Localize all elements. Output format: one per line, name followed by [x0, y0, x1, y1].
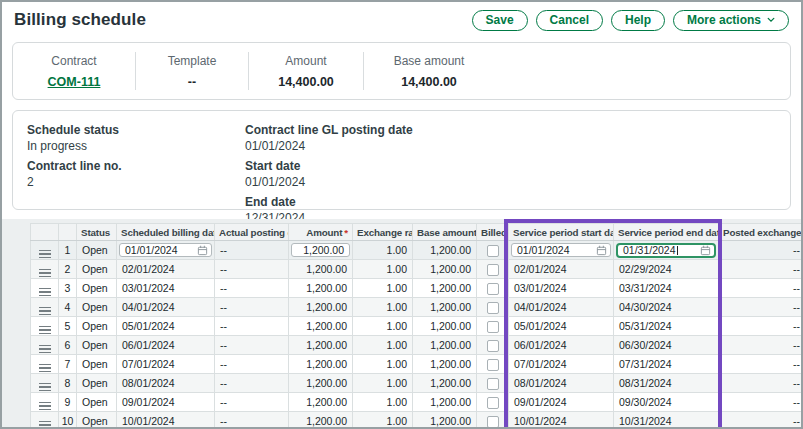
more-actions-button[interactable]: More actions	[673, 10, 789, 31]
row-drag-cell[interactable]	[31, 241, 59, 260]
row-drag-cell[interactable]	[31, 393, 59, 412]
service-period-end-date-input[interactable]: 01/31/2024	[616, 243, 716, 258]
scheduled-billing-date-cell[interactable]: 06/01/2024	[117, 336, 215, 355]
billed-checkbox[interactable]	[487, 283, 499, 295]
drag-handle-icon[interactable]	[37, 363, 53, 374]
scheduled-billing-date-cell[interactable]: 01/01/2024	[117, 241, 215, 260]
amount-cell[interactable]: 1,200.00	[289, 241, 353, 260]
contract-link[interactable]: COM-111	[48, 75, 101, 89]
help-button[interactable]: Help	[611, 10, 665, 31]
template-value: --	[188, 75, 196, 89]
service-period-end-cell[interactable]: 10/31/2024	[614, 412, 719, 429]
billed-checkbox[interactable]	[487, 321, 499, 333]
calendar-icon	[197, 245, 208, 256]
service-period-start-cell[interactable]: 05/01/2024	[509, 317, 614, 336]
service-period-start-cell[interactable]: 02/01/2024	[509, 260, 614, 279]
scheduled-billing-date-cell[interactable]: 08/01/2024	[117, 374, 215, 393]
row-number-cell: 8	[59, 374, 77, 393]
drag-handle-icon[interactable]	[37, 306, 53, 317]
service-period-start-cell[interactable]: 03/01/2024	[509, 279, 614, 298]
row-drag-cell[interactable]	[31, 279, 59, 298]
service-period-end-cell[interactable]: 07/31/2024	[614, 355, 719, 374]
billed-checkbox[interactable]	[487, 340, 499, 352]
scheduled-billing-date-cell[interactable]: 03/01/2024	[117, 279, 215, 298]
billed-cell	[477, 317, 509, 336]
amount-cell[interactable]: 1,200.00	[289, 336, 353, 355]
service-period-start-cell[interactable]: 06/01/2024	[509, 336, 614, 355]
scheduled-billing-date-cell[interactable]: 09/01/2024	[117, 393, 215, 412]
drag-handle-icon[interactable]	[37, 287, 53, 298]
row-drag-cell[interactable]	[31, 317, 59, 336]
service-period-start-cell[interactable]: 09/01/2024	[509, 393, 614, 412]
drag-handle-icon[interactable]	[37, 420, 53, 429]
drag-handle-icon[interactable]	[37, 401, 53, 412]
billed-checkbox[interactable]	[487, 378, 499, 390]
scheduled-billing-date-cell[interactable]: 10/01/2024	[117, 412, 215, 429]
service-period-end-cell[interactable]: 09/30/2024	[614, 393, 719, 412]
actual-posting-date-cell: --	[215, 355, 289, 374]
amount-input[interactable]: 1,200.00	[291, 243, 350, 257]
row-drag-cell[interactable]	[31, 374, 59, 393]
posted-exchange-rate-cell: --	[719, 260, 803, 279]
base-amount-cell: 1,200.00	[413, 355, 477, 374]
save-button[interactable]: Save	[472, 10, 528, 31]
actual-posting-date-cell: --	[215, 336, 289, 355]
billed-cell	[477, 393, 509, 412]
cancel-button[interactable]: Cancel	[536, 10, 603, 31]
service-period-start-cell[interactable]: 07/01/2024	[509, 355, 614, 374]
drag-handle-icon[interactable]	[37, 268, 53, 279]
drag-handle-icon[interactable]	[37, 325, 53, 336]
table-row: 9 Open 09/01/2024 -- 1,200.00 1.00 1,200…	[31, 393, 803, 412]
billed-checkbox[interactable]	[487, 302, 499, 314]
billed-checkbox[interactable]	[487, 359, 499, 371]
amount-cell[interactable]: 1,200.00	[289, 393, 353, 412]
billed-checkbox[interactable]	[487, 416, 499, 428]
service-period-end-cell[interactable]: 04/30/2024	[614, 298, 719, 317]
drag-handle-icon[interactable]	[37, 382, 53, 393]
service-period-start-date-input[interactable]: 01/01/2024	[511, 243, 611, 257]
service-period-end-cell[interactable]: 02/29/2024	[614, 260, 719, 279]
amount-cell[interactable]: 1,200.00	[289, 260, 353, 279]
scheduled-billing-date-cell[interactable]: 05/01/2024	[117, 317, 215, 336]
drag-handle-icon[interactable]	[37, 344, 53, 355]
service-period-start-cell[interactable]: 04/01/2024	[509, 298, 614, 317]
amount-cell[interactable]: 1,200.00	[289, 279, 353, 298]
status-cell: Open	[77, 241, 117, 260]
amount-cell[interactable]: 1,200.00	[289, 412, 353, 429]
service-period-end-cell[interactable]: 06/30/2024	[614, 336, 719, 355]
service-period-start-cell[interactable]: 08/01/2024	[509, 374, 614, 393]
service-period-end-cell[interactable]: 03/31/2024	[614, 279, 719, 298]
column-header-service-period-end-date: Service period end date	[614, 224, 719, 241]
amount-cell[interactable]: 1,200.00	[289, 317, 353, 336]
amount-cell[interactable]: 1,200.00	[289, 374, 353, 393]
row-number-cell: 5	[59, 317, 77, 336]
amount-cell[interactable]: 1,200.00	[289, 355, 353, 374]
billed-cell	[477, 374, 509, 393]
amount-cell[interactable]: 1,200.00	[289, 298, 353, 317]
scheduled-billing-date-cell[interactable]: 04/01/2024	[117, 298, 215, 317]
drag-handle-icon[interactable]	[37, 249, 53, 260]
scheduled-billing-date-cell[interactable]: 07/01/2024	[117, 355, 215, 374]
billed-checkbox[interactable]	[487, 397, 499, 409]
schedule-status-field: Schedule status In progress	[27, 122, 245, 154]
row-drag-cell[interactable]	[31, 355, 59, 374]
billed-checkbox[interactable]	[487, 245, 499, 257]
service-period-end-cell[interactable]: 05/31/2024	[614, 317, 719, 336]
scheduled-billing-date-input[interactable]: 01/01/2024	[119, 243, 212, 257]
service-period-end-cell[interactable]: 08/31/2024	[614, 374, 719, 393]
service-period-start-cell[interactable]: 10/01/2024	[509, 412, 614, 429]
row-drag-cell[interactable]	[31, 412, 59, 429]
row-drag-cell[interactable]	[31, 336, 59, 355]
row-drag-cell[interactable]	[31, 298, 59, 317]
summary-field-amount: Amount 14,400.00	[249, 54, 363, 89]
service-period-start-cell[interactable]: 01/01/2024	[509, 241, 614, 260]
service-period-end-cell[interactable]: 01/31/2024	[614, 241, 719, 260]
row-drag-cell[interactable]	[31, 260, 59, 279]
start-date-label: Start date	[245, 158, 413, 174]
posted-exchange-rate-cell: --	[719, 355, 803, 374]
row-number-cell: 10	[59, 412, 77, 429]
billed-checkbox[interactable]	[487, 264, 499, 276]
posted-exchange-rate-cell: --	[719, 241, 803, 260]
amount-value: 14,400.00	[278, 75, 334, 89]
scheduled-billing-date-cell[interactable]: 02/01/2024	[117, 260, 215, 279]
